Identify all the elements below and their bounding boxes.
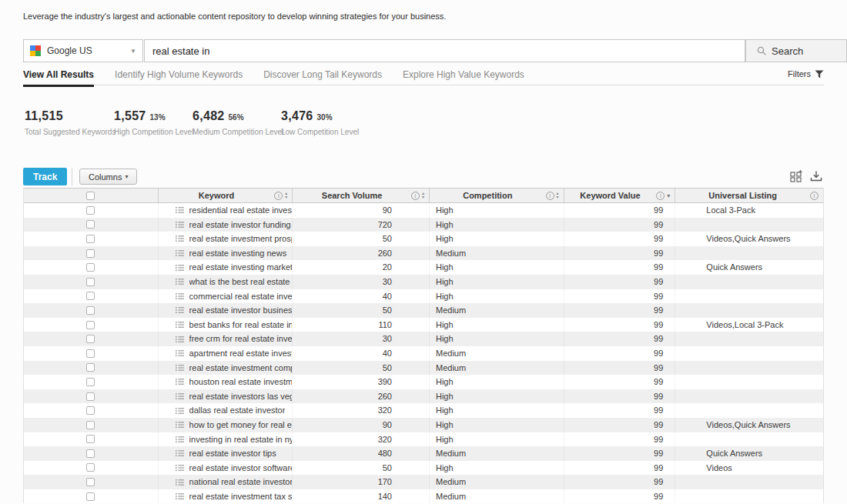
- column-header-competition[interactable]: Competition i ▴▾: [430, 189, 564, 202]
- sort-icon[interactable]: ▴▾: [557, 192, 559, 199]
- tab-view-all-results[interactable]: View All Results: [23, 69, 94, 87]
- download-icon[interactable]: [810, 170, 822, 182]
- row-checkbox[interactable]: [86, 306, 95, 315]
- tab-discover-long-tail[interactable]: Discover Long Tail Keywords: [263, 69, 382, 85]
- column-header-keyword[interactable]: Keyword i ▴▾: [159, 189, 293, 202]
- sort-icon[interactable]: ▴▾: [422, 192, 424, 199]
- keyword-cell: real estate investing news: [159, 246, 293, 261]
- row-checkbox[interactable]: [86, 263, 95, 272]
- keyword-text[interactable]: real estate investor tips: [189, 446, 276, 461]
- row-checkbox[interactable]: [86, 235, 95, 243]
- keyword-text[interactable]: real estate investor software downloa: [189, 461, 293, 476]
- row-checkbox[interactable]: [86, 378, 95, 386]
- keyword-text[interactable]: residential real estate investment con: [189, 203, 293, 218]
- keyword-text[interactable]: dallas real estate investor: [189, 403, 286, 418]
- keyword-text[interactable]: commercial real estate investment co: [189, 289, 293, 304]
- info-icon[interactable]: i: [656, 192, 665, 200]
- keyword-search-input[interactable]: [144, 39, 745, 62]
- add-to-list-icon[interactable]: [176, 449, 184, 457]
- competition-cell: Medium: [430, 346, 564, 361]
- row-checkbox[interactable]: [86, 435, 95, 443]
- info-icon[interactable]: i: [411, 192, 420, 200]
- universal-listing-cell: [675, 432, 823, 447]
- add-to-list-icon[interactable]: [176, 306, 184, 314]
- sort-desc-icon[interactable]: ▾: [667, 192, 670, 199]
- row-checkbox[interactable]: [86, 278, 95, 286]
- column-header-keyword-value[interactable]: Keyword Value i ▾: [564, 189, 676, 202]
- track-button[interactable]: Track: [23, 168, 67, 185]
- keyword-text[interactable]: real estate investment tax strategies: [189, 489, 293, 504]
- add-to-list-icon[interactable]: [176, 221, 184, 229]
- add-to-list-icon[interactable]: [176, 292, 184, 300]
- row-checkbox[interactable]: [86, 463, 95, 472]
- keyword-text[interactable]: real estate investing news: [189, 246, 287, 261]
- row-checkbox[interactable]: [86, 220, 95, 229]
- keyword-text[interactable]: real estate investor business plan pdf: [189, 303, 293, 318]
- add-to-group-icon[interactable]: [790, 170, 802, 182]
- keyword-text[interactable]: real estate investment prospectus: [189, 232, 293, 246]
- row-checkbox[interactable]: [86, 492, 95, 501]
- tab-explore-high-value[interactable]: Explore High Value Keywords: [403, 69, 524, 85]
- keyword-text[interactable]: what is the best real estate investmer: [189, 275, 293, 289]
- search-button[interactable]: Search: [745, 39, 847, 62]
- keyword-text[interactable]: real estate investors las vegas: [189, 389, 293, 404]
- add-to-list-icon[interactable]: [176, 407, 184, 415]
- row-checkbox[interactable]: [86, 249, 95, 258]
- add-to-list-icon[interactable]: [176, 436, 184, 443]
- add-to-list-icon[interactable]: [176, 264, 184, 272]
- add-to-list-icon[interactable]: [176, 249, 184, 257]
- row-checkbox[interactable]: [86, 206, 95, 215]
- row-checkbox[interactable]: [86, 335, 95, 343]
- tab-identify-high-volume[interactable]: Identify High Volume Keywords: [115, 69, 243, 85]
- select-all-checkbox[interactable]: [86, 192, 95, 200]
- row-checkbox[interactable]: [86, 449, 95, 458]
- keyword-text[interactable]: real estate investing marketing plan: [189, 260, 293, 275]
- add-to-list-icon[interactable]: [176, 321, 184, 329]
- table-row: national real estate investor associati …: [24, 475, 823, 489]
- keyword-text[interactable]: apartment real estate investing: [189, 346, 293, 361]
- add-to-list-icon[interactable]: [176, 206, 184, 214]
- sort-icon[interactable]: ▴▾: [285, 192, 287, 199]
- add-to-list-icon[interactable]: [176, 421, 184, 429]
- filters-button[interactable]: Filters: [788, 69, 824, 78]
- add-to-list-icon[interactable]: [176, 278, 184, 285]
- competition-cell: Medium: [430, 303, 564, 318]
- keyword-text[interactable]: investing in real estate in nyc: [189, 432, 293, 447]
- column-header-search-volume[interactable]: Search Volume i ▴▾: [293, 189, 430, 202]
- add-to-list-icon[interactable]: [176, 392, 184, 400]
- add-to-list-icon[interactable]: [176, 479, 184, 486]
- add-to-list-icon[interactable]: [176, 349, 184, 357]
- keyword-text[interactable]: national real estate investor associati: [189, 475, 293, 489]
- row-checkbox[interactable]: [86, 292, 95, 300]
- info-icon[interactable]: i: [810, 192, 819, 200]
- row-checkbox[interactable]: [86, 363, 95, 372]
- columns-dropdown-button[interactable]: Columns ▾: [79, 169, 137, 185]
- row-checkbox[interactable]: [86, 406, 95, 415]
- add-to-list-icon[interactable]: [176, 378, 184, 386]
- add-to-list-icon[interactable]: [176, 364, 184, 372]
- row-checkbox[interactable]: [86, 321, 95, 329]
- keyword-text[interactable]: best banks for real estate investors: [189, 318, 293, 332]
- add-to-list-icon[interactable]: [176, 235, 184, 242]
- column-header-universal-listing[interactable]: Universal Listing i: [675, 189, 823, 202]
- add-to-list-icon[interactable]: [176, 464, 184, 472]
- keyword-text[interactable]: houston real estate investment: [189, 375, 293, 389]
- keyword-text[interactable]: real estate investor funding: [189, 218, 291, 232]
- keyword-text[interactable]: how to get money for real estate inve: [189, 418, 293, 432]
- row-checkbox[interactable]: [86, 421, 95, 429]
- add-to-list-icon[interactable]: [176, 492, 184, 500]
- keyword-cell: real estate investing marketing plan: [159, 260, 293, 275]
- add-to-list-icon[interactable]: [176, 335, 184, 343]
- search-engine-select[interactable]: Google US ▼: [23, 39, 143, 62]
- keyword-cell: real estate investment prospectus: [159, 232, 293, 246]
- row-checkbox[interactable]: [86, 392, 95, 401]
- table-row: real estate investing news 260 Medium 99: [24, 246, 823, 261]
- info-icon[interactable]: i: [546, 192, 554, 200]
- keyword-text[interactable]: real estate investment companies san: [189, 361, 293, 375]
- keyword-text[interactable]: free crm for real estate investors: [189, 332, 293, 346]
- table-row: real estate investment tax strategies 14…: [24, 489, 823, 504]
- row-checkbox[interactable]: [86, 349, 95, 358]
- info-icon[interactable]: i: [274, 192, 283, 200]
- row-checkbox[interactable]: [86, 478, 95, 486]
- keyword-cell: real estate investor business plan pdf: [159, 303, 293, 318]
